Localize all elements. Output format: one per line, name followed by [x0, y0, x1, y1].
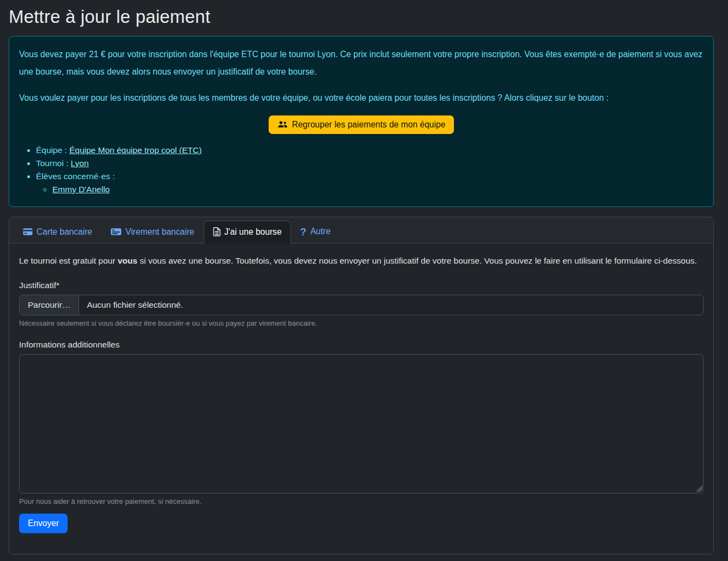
page-title: Mettre à jour le paiement: [9, 7, 714, 27]
team-list-item: Équipe : Équipe Mon équipe trop cool (ET…: [36, 144, 703, 157]
payment-methods-card: Carte bancaire Virement bancaire: [9, 217, 714, 554]
tournament-label: Tournoi :: [36, 158, 71, 168]
tournament-link[interactable]: Lyon: [71, 158, 89, 168]
justificatif-label: Justificatif*: [19, 280, 703, 290]
tab-autre[interactable]: ? Autre: [291, 220, 340, 243]
tab-carte-bancaire-label: Carte bancaire: [37, 227, 92, 237]
justificatif-help-text: Nécessaire seulement si vous déclarez êt…: [19, 319, 703, 327]
tab-virement-bancaire-label: Virement bancaire: [125, 227, 194, 237]
tournament-list-item: Tournoi : Lyon: [36, 157, 703, 170]
team-label: Équipe :: [36, 145, 69, 155]
student-link[interactable]: Emmy D'Anello: [52, 185, 110, 194]
additional-info-wrap: [19, 354, 703, 493]
tab-jai-une-bourse-label: J'ai une bourse: [225, 227, 282, 237]
bank-transfer-icon: [111, 228, 122, 236]
users-icon: [277, 120, 288, 129]
additional-info-help-text: Pour nous aider à retrouver votre paieme…: [19, 497, 703, 505]
alert-paragraph-group: Vous voulez payer pour les inscriptions …: [19, 89, 703, 107]
tab-carte-bancaire[interactable]: Carte bancaire: [14, 221, 101, 243]
students-sublist: Emmy D'Anello: [36, 183, 703, 196]
intro-bold-vous: vous: [118, 256, 137, 265]
bourse-tab-panel: Le tournoi est gratuit pour vous si vous…: [9, 243, 713, 545]
students-list-item: Élèves concerné·es : Emmy D'Anello: [36, 170, 703, 196]
tab-autre-label: Autre: [310, 227, 330, 236]
group-payments-button[interactable]: Regrouper les paiements de mon équipe: [269, 115, 454, 134]
payment-info-alert: Vous devez payer 21 € pour votre inscrip…: [9, 36, 714, 207]
file-lines-icon: [213, 227, 221, 236]
payment-method-tabs: Carte bancaire Virement bancaire: [9, 217, 713, 243]
tab-virement-bancaire[interactable]: Virement bancaire: [101, 221, 203, 243]
team-link[interactable]: Équipe Mon équipe trop cool (ETC): [69, 145, 202, 155]
group-button-row: Regrouper les paiements de mon équipe: [19, 115, 703, 134]
bourse-intro-text: Le tournoi est gratuit pour vous si vous…: [19, 254, 703, 268]
credit-card-icon: [23, 228, 33, 236]
group-payments-button-label: Regrouper les paiements de mon équipe: [292, 120, 446, 130]
alert-paragraph-price: Vous devez payer 21 € pour votre inscrip…: [19, 46, 703, 81]
submit-button[interactable]: Envoyer: [19, 514, 68, 533]
justificatif-file-input[interactable]: Parcourir… Aucun fichier sélectionné.: [19, 295, 703, 315]
additional-info-textarea[interactable]: [19, 354, 703, 493]
question-mark-icon: ?: [300, 227, 307, 237]
file-status-text: Aucun fichier sélectionné.: [79, 296, 191, 314]
students-label: Élèves concerné·es :: [36, 172, 115, 181]
tab-jai-une-bourse[interactable]: J'ai une bourse: [204, 221, 291, 243]
additional-info-label: Informations additionnelles: [19, 340, 703, 350]
browse-button[interactable]: Parcourir…: [20, 295, 79, 315]
payment-details-list: Équipe : Équipe Mon équipe trop cool (ET…: [19, 144, 703, 196]
student-list-item: Emmy D'Anello: [52, 183, 703, 196]
